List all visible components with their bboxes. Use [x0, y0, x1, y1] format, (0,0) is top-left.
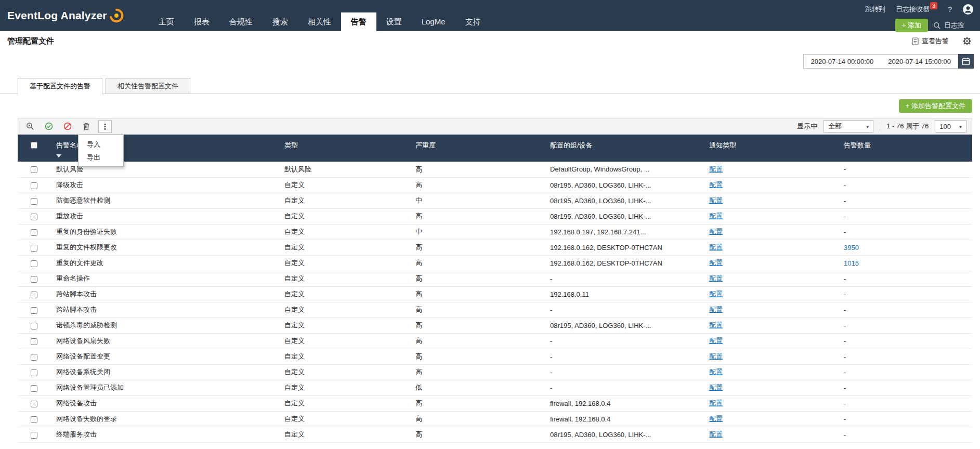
table-row[interactable]: 网络设备系统关闭自定义高-配置- [18, 364, 972, 380]
table-row[interactable]: 重复的文件更改自定义高192.168.0.162, DESKTOP-0THC7A… [18, 255, 972, 271]
table-row[interactable]: 重复的文件权限更改自定义高192.168.0.162, DESKTOP-0THC… [18, 240, 972, 255]
table-row[interactable]: 降级攻击自定义高08r195, AD360, LOG360, LIHK-...配… [18, 177, 972, 193]
nav-item-5[interactable]: 相关性 [298, 12, 341, 31]
more-actions-icon[interactable]: ⋮ [98, 120, 112, 133]
configure-link[interactable]: 配置 [709, 384, 723, 391]
jump-to-link[interactable]: 跳转到 [865, 5, 885, 14]
table-row[interactable]: 防御恶意软件检测自定义中08r195, AD360, LOG360, LIHK-… [18, 193, 972, 208]
column-severity[interactable]: 严重度 [409, 135, 544, 162]
view-alerts-button[interactable]: 查看告警 [912, 36, 949, 46]
configure-link[interactable]: 配置 [709, 259, 723, 267]
menu-item[interactable]: 导出 [79, 151, 123, 164]
table-row[interactable]: 跨站脚本攻击自定义高-配置- [18, 302, 972, 318]
configure-link[interactable]: 配置 [709, 243, 723, 251]
table-row[interactable]: 网络设备风扇失败自定义高-配置- [18, 333, 972, 349]
configure-link[interactable]: 配置 [709, 228, 723, 235]
select-all-checkbox[interactable] [31, 142, 37, 149]
table-row[interactable]: 诺顿杀毒的威胁检测自定义高08r195, AD360, LOG360, LIHK… [18, 318, 972, 333]
configure-link[interactable]: 配置 [709, 415, 723, 422]
delete-icon[interactable] [80, 120, 93, 133]
help-button[interactable]: ? [948, 5, 952, 14]
column-type[interactable]: 类型 [278, 135, 409, 162]
table-row[interactable]: 重复的身份验证失败自定义中192.168.0.197, 192.168.7.24… [18, 224, 972, 240]
nav-item-9[interactable]: 支持 [455, 12, 491, 31]
row-checkbox[interactable] [31, 292, 37, 298]
row-checkbox[interactable] [31, 276, 37, 283]
configure-link[interactable]: 配置 [709, 290, 723, 298]
log-receiver-link[interactable]: 日志接收器3 [896, 5, 937, 14]
column-devices[interactable]: 配置的组/设备 [544, 135, 703, 162]
filter-select[interactable]: 全部 ▾ [824, 120, 873, 133]
page-size-select[interactable]: 100 ▾ [935, 120, 966, 133]
nav-item-4[interactable]: 搜索 [263, 12, 298, 31]
table-row[interactable]: 网络设备攻击自定义高firewall, 192.168.0.4配置- [18, 395, 972, 411]
nav-item-2[interactable]: 报表 [184, 12, 219, 31]
calendar-button[interactable] [958, 54, 974, 69]
nav-item-1[interactable]: 主页 [149, 12, 184, 31]
add-alert-profile-button[interactable]: + 添加告警配置文件 [899, 99, 972, 113]
row-checkbox[interactable] [31, 401, 37, 407]
log-search-label: 日志搜 [944, 21, 964, 30]
row-checkbox[interactable] [31, 432, 37, 439]
table-row[interactable]: 网络设备失败的登录自定义高firewall, 192.168.0.4配置- [18, 411, 972, 427]
nav-item-8[interactable]: LogMe [412, 12, 455, 31]
configure-link[interactable]: 配置 [709, 321, 723, 329]
table-row[interactable]: 网络设备管理员已添加自定义低-配置- [18, 380, 972, 395]
configure-link[interactable]: 配置 [709, 430, 723, 438]
date-range-picker[interactable]: 2020-07-14 00:00:00 2020-07-14 15:00:00 [803, 54, 974, 69]
nav-item-6[interactable]: 告警 [341, 12, 376, 31]
user-icon[interactable] [962, 4, 974, 15]
alert-name: 降级攻击 [50, 177, 278, 193]
alert-count: - [838, 318, 972, 333]
disable-alert-icon[interactable] [61, 120, 74, 133]
row-checkbox[interactable] [31, 369, 37, 376]
add-button[interactable]: + 添加 [895, 19, 928, 32]
search-alerts-icon[interactable] [23, 120, 37, 133]
row-checkbox[interactable] [31, 385, 37, 392]
configure-link[interactable]: 配置 [709, 274, 723, 282]
row-checkbox[interactable] [31, 198, 37, 205]
log-search[interactable]: 日志搜 [933, 21, 980, 30]
tab-2[interactable]: 相关性告警配置文件 [106, 78, 190, 94]
nav-item-7[interactable]: 设置 [376, 12, 412, 31]
nav-item-3[interactable]: 合规性 [219, 12, 263, 31]
menu-item[interactable]: 导入 [79, 138, 123, 151]
sort-caret-icon[interactable] [56, 154, 61, 157]
table-row[interactable]: 跨站脚本攻击自定义高192.168.0.11配置- [18, 286, 972, 302]
configure-link[interactable]: 配置 [709, 181, 723, 189]
app-logo[interactable]: EventLog Analyzer [0, 0, 124, 31]
row-checkbox[interactable] [31, 260, 37, 267]
row-checkbox[interactable] [31, 166, 37, 173]
column-count[interactable]: 告警数量 [838, 135, 972, 162]
row-checkbox[interactable] [31, 245, 37, 252]
table-row[interactable]: 默认风险默认风险高DefaultGroup, WindowsGroup, ...… [18, 162, 972, 177]
configure-link[interactable]: 配置 [709, 196, 723, 204]
enable-alert-icon[interactable] [42, 120, 56, 133]
row-checkbox[interactable] [31, 416, 37, 423]
configure-link[interactable]: 配置 [709, 306, 723, 313]
row-checkbox[interactable] [31, 182, 37, 189]
configure-link[interactable]: 配置 [709, 212, 723, 220]
alert-name: 重复的身份验证失败 [50, 224, 278, 240]
settings-gear-icon[interactable] [962, 36, 972, 46]
row-checkbox[interactable] [31, 214, 37, 220]
configure-link[interactable]: 配置 [709, 399, 723, 407]
configure-link[interactable]: 配置 [709, 165, 723, 173]
table-row[interactable]: 重命名操作自定义高-配置- [18, 271, 972, 286]
alert-count-link[interactable]: 3950 [844, 244, 859, 252]
row-checkbox[interactable] [31, 338, 37, 345]
configure-link[interactable]: 配置 [709, 337, 723, 345]
configure-link[interactable]: 配置 [709, 368, 723, 376]
configure-link[interactable]: 配置 [709, 352, 723, 360]
alert-severity: 高 [409, 427, 544, 442]
row-checkbox[interactable] [31, 307, 37, 314]
column-notification[interactable]: 通知类型 [703, 135, 838, 162]
row-checkbox[interactable] [31, 229, 37, 236]
alert-count-link[interactable]: 1015 [844, 259, 859, 267]
tab-1[interactable]: 基于配置文件的告警 [18, 78, 102, 94]
table-row[interactable]: 重放攻击自定义高08r195, AD360, LOG360, LIHK-...配… [18, 208, 972, 224]
row-checkbox[interactable] [31, 354, 37, 361]
row-checkbox[interactable] [31, 323, 37, 329]
table-row[interactable]: 网络设备配置变更自定义高-配置- [18, 349, 972, 364]
table-row[interactable]: 终端服务攻击自定义高08r195, AD360, LOG360, LIHK-..… [18, 427, 972, 442]
